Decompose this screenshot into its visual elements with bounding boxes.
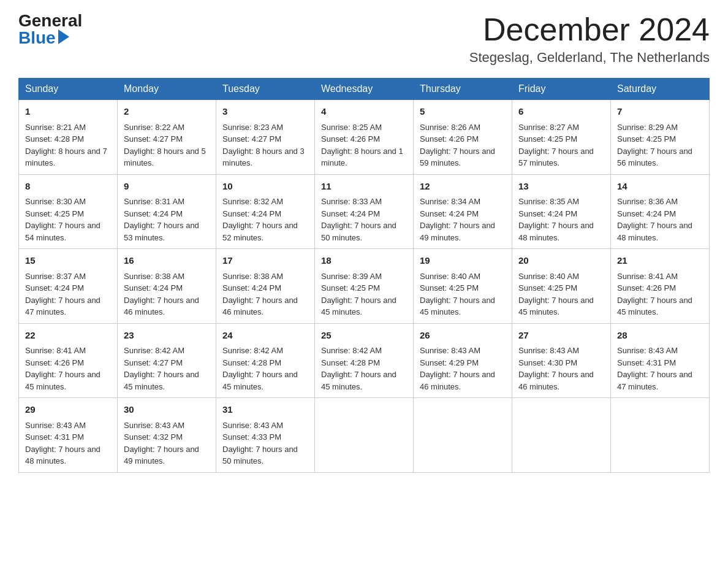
calendar-cell [315, 398, 414, 473]
calendar-cell: 29Sunrise: 8:43 AMSunset: 4:31 PMDayligh… [19, 398, 118, 473]
weekday-header-friday: Friday [512, 79, 611, 100]
day-number: 3 [222, 105, 308, 119]
logo-general-text: General [18, 12, 82, 29]
calendar-cell: 27Sunrise: 8:43 AMSunset: 4:30 PMDayligh… [512, 323, 611, 398]
calendar-cell: 22Sunrise: 8:41 AMSunset: 4:26 PMDayligh… [19, 323, 118, 398]
calendar-cell [512, 398, 611, 473]
title-section: December 2024 Stegeslag, Gelderland, The… [469, 12, 710, 66]
calendar-cell: 23Sunrise: 8:42 AMSunset: 4:27 PMDayligh… [118, 323, 216, 398]
calendar-week-row: 15Sunrise: 8:37 AMSunset: 4:24 PMDayligh… [19, 249, 710, 324]
calendar-cell: 8Sunrise: 8:30 AMSunset: 4:25 PMDaylight… [19, 174, 118, 249]
day-number: 7 [617, 105, 703, 119]
weekday-header-row: SundayMondayTuesdayWednesdayThursdayFrid… [19, 79, 710, 100]
day-number: 25 [321, 329, 407, 343]
calendar-week-row: 1Sunrise: 8:21 AMSunset: 4:28 PMDaylight… [19, 100, 710, 175]
calendar-cell: 30Sunrise: 8:43 AMSunset: 4:32 PMDayligh… [118, 398, 216, 473]
location-subtitle: Stegeslag, Gelderland, The Netherlands [469, 50, 710, 66]
weekday-header-thursday: Thursday [414, 79, 512, 100]
calendar-cell: 15Sunrise: 8:37 AMSunset: 4:24 PMDayligh… [19, 249, 118, 324]
calendar-cell: 7Sunrise: 8:29 AMSunset: 4:25 PMDaylight… [611, 100, 710, 175]
weekday-header-monday: Monday [118, 79, 216, 100]
day-number: 22 [25, 329, 111, 343]
month-title: December 2024 [469, 12, 710, 47]
day-number: 23 [124, 329, 210, 343]
day-number: 31 [222, 403, 308, 417]
weekday-header-wednesday: Wednesday [315, 79, 414, 100]
calendar-cell: 10Sunrise: 8:32 AMSunset: 4:24 PMDayligh… [216, 174, 315, 249]
calendar-cell: 26Sunrise: 8:43 AMSunset: 4:29 PMDayligh… [414, 323, 512, 398]
calendar-cell: 14Sunrise: 8:36 AMSunset: 4:24 PMDayligh… [611, 174, 710, 249]
day-number: 12 [420, 180, 506, 194]
day-number: 16 [124, 254, 210, 268]
day-number: 30 [124, 403, 210, 417]
calendar-week-row: 29Sunrise: 8:43 AMSunset: 4:31 PMDayligh… [19, 398, 710, 473]
calendar-cell: 24Sunrise: 8:42 AMSunset: 4:28 PMDayligh… [216, 323, 315, 398]
calendar-cell: 19Sunrise: 8:40 AMSunset: 4:25 PMDayligh… [414, 249, 512, 324]
calendar-cell: 6Sunrise: 8:27 AMSunset: 4:25 PMDaylight… [512, 100, 611, 175]
calendar-cell: 20Sunrise: 8:40 AMSunset: 4:25 PMDayligh… [512, 249, 611, 324]
calendar-cell: 16Sunrise: 8:38 AMSunset: 4:24 PMDayligh… [118, 249, 216, 324]
day-number: 8 [25, 180, 111, 194]
logo-blue-text: Blue [18, 29, 69, 47]
calendar-cell: 4Sunrise: 8:25 AMSunset: 4:26 PMDaylight… [315, 100, 414, 175]
day-number: 10 [222, 180, 308, 194]
day-number: 17 [222, 254, 308, 268]
calendar-cell: 9Sunrise: 8:31 AMSunset: 4:24 PMDaylight… [118, 174, 216, 249]
calendar-cell: 25Sunrise: 8:42 AMSunset: 4:28 PMDayligh… [315, 323, 414, 398]
weekday-header-tuesday: Tuesday [216, 79, 315, 100]
page-header: General Blue December 2024 Stegeslag, Ge… [18, 12, 710, 66]
weekday-header-saturday: Saturday [611, 79, 710, 100]
day-number: 13 [518, 180, 604, 194]
logo-arrow-icon [58, 29, 69, 44]
calendar-cell [611, 398, 710, 473]
day-number: 15 [25, 254, 111, 268]
calendar-cell: 13Sunrise: 8:35 AMSunset: 4:24 PMDayligh… [512, 174, 611, 249]
logo: General Blue [18, 12, 82, 47]
day-number: 2 [124, 105, 210, 119]
calendar-cell: 11Sunrise: 8:33 AMSunset: 4:24 PMDayligh… [315, 174, 414, 249]
day-number: 21 [617, 254, 703, 268]
calendar-cell: 2Sunrise: 8:22 AMSunset: 4:27 PMDaylight… [118, 100, 216, 175]
calendar-week-row: 22Sunrise: 8:41 AMSunset: 4:26 PMDayligh… [19, 323, 710, 398]
weekday-header-sunday: Sunday [19, 79, 118, 100]
calendar-cell: 5Sunrise: 8:26 AMSunset: 4:26 PMDaylight… [414, 100, 512, 175]
calendar-cell: 31Sunrise: 8:43 AMSunset: 4:33 PMDayligh… [216, 398, 315, 473]
day-number: 18 [321, 254, 407, 268]
day-number: 1 [25, 105, 111, 119]
day-number: 11 [321, 180, 407, 194]
day-number: 4 [321, 105, 407, 119]
calendar-cell: 12Sunrise: 8:34 AMSunset: 4:24 PMDayligh… [414, 174, 512, 249]
calendar-cell: 17Sunrise: 8:38 AMSunset: 4:24 PMDayligh… [216, 249, 315, 324]
day-number: 26 [420, 329, 506, 343]
day-number: 28 [617, 329, 703, 343]
calendar-cell: 21Sunrise: 8:41 AMSunset: 4:26 PMDayligh… [611, 249, 710, 324]
day-number: 6 [518, 105, 604, 119]
day-number: 5 [420, 105, 506, 119]
calendar-cell: 3Sunrise: 8:23 AMSunset: 4:27 PMDaylight… [216, 100, 315, 175]
day-number: 29 [25, 403, 111, 417]
calendar-cell: 18Sunrise: 8:39 AMSunset: 4:25 PMDayligh… [315, 249, 414, 324]
day-number: 20 [518, 254, 604, 268]
day-number: 14 [617, 180, 703, 194]
day-number: 19 [420, 254, 506, 268]
calendar-cell [414, 398, 512, 473]
day-number: 27 [518, 329, 604, 343]
day-number: 24 [222, 329, 308, 343]
calendar-table: SundayMondayTuesdayWednesdayThursdayFrid… [18, 78, 710, 473]
calendar-cell: 28Sunrise: 8:43 AMSunset: 4:31 PMDayligh… [611, 323, 710, 398]
day-number: 9 [124, 180, 210, 194]
calendar-cell: 1Sunrise: 8:21 AMSunset: 4:28 PMDaylight… [19, 100, 118, 175]
calendar-week-row: 8Sunrise: 8:30 AMSunset: 4:25 PMDaylight… [19, 174, 710, 249]
